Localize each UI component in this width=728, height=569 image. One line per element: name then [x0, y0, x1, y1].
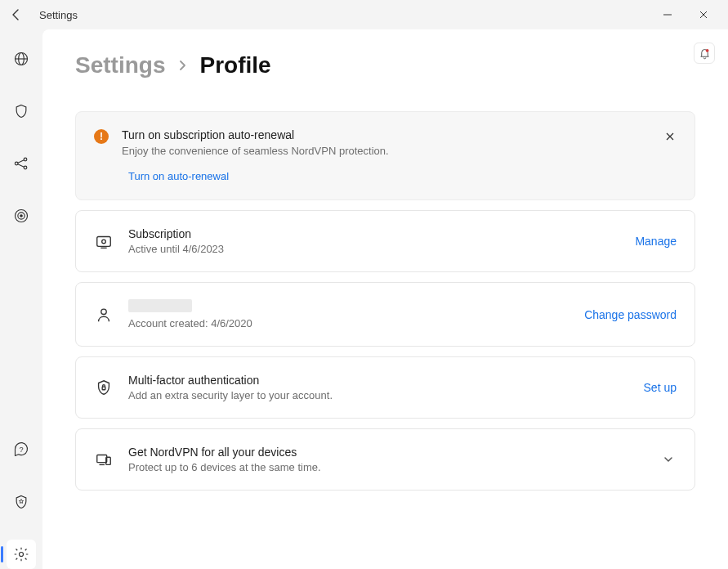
warning-icon: !: [94, 129, 109, 144]
subscription-title: Subscription: [128, 227, 620, 240]
svg-line-8: [18, 164, 24, 167]
svg-point-4: [15, 162, 18, 165]
mfa-setup-link[interactable]: Set up: [644, 381, 677, 394]
banner-title: Turn on subscription auto-renewal: [122, 128, 677, 141]
svg-rect-19: [102, 387, 105, 390]
svg-rect-15: [97, 237, 111, 247]
notifications-button[interactable]: [694, 43, 715, 64]
devices-title: Get NordVPN for all your devices: [128, 446, 645, 459]
breadcrumb-current: Profile: [199, 52, 270, 78]
account-created-label: Account created: 4/6/2020: [128, 317, 569, 329]
chevron-down-icon: [663, 454, 674, 465]
breadcrumb-root[interactable]: Settings: [75, 52, 165, 78]
subscription-card: Subscription Active until 4/6/2023 Manag…: [75, 210, 695, 272]
svg-point-13: [20, 553, 24, 557]
svg-text:?: ?: [19, 446, 23, 454]
shield-star-icon: [13, 494, 29, 510]
manage-subscription-link[interactable]: Manage: [635, 235, 677, 248]
auto-renewal-banner: ! Turn on subscription auto-renewal Enjo…: [75, 111, 695, 200]
sidebar-item-help[interactable]: ?: [7, 435, 36, 464]
mfa-card: Multi-factor authentication Add an extra…: [75, 356, 695, 419]
devices-card[interactable]: Get NordVPN for all your devices Protect…: [75, 428, 695, 491]
sidebar-item-mesh[interactable]: [7, 149, 36, 178]
svg-point-6: [24, 166, 27, 169]
account-card: Account created: 4/6/2020 Change passwor…: [75, 282, 695, 347]
mesh-icon: [13, 155, 29, 172]
sidebar-item-security[interactable]: [7, 487, 36, 517]
mfa-title: Multi-factor authentication: [128, 374, 629, 387]
devices-icon: [94, 450, 114, 469]
minimize-button[interactable]: [650, 0, 686, 29]
back-button[interactable]: [7, 5, 26, 25]
svg-point-11: [20, 215, 23, 217]
sidebar: ?: [0, 29, 42, 569]
sidebar-item-connect[interactable]: [7, 44, 36, 74]
help-icon: ?: [13, 441, 29, 458]
svg-rect-20: [97, 455, 107, 463]
subscription-icon: [94, 231, 114, 251]
expand-devices-button[interactable]: [660, 451, 677, 468]
turn-on-auto-renewal-link[interactable]: Turn on auto-renewal: [128, 170, 229, 182]
close-button[interactable]: [686, 0, 721, 29]
change-password-link[interactable]: Change password: [584, 308, 677, 321]
sidebar-item-settings[interactable]: [7, 540, 36, 569]
svg-point-14: [705, 48, 708, 52]
user-icon: [94, 305, 114, 325]
svg-point-5: [24, 158, 27, 161]
close-icon: [665, 132, 675, 141]
svg-point-16: [102, 240, 106, 244]
target-icon: [13, 208, 29, 224]
shield-icon: [13, 103, 29, 119]
svg-point-18: [101, 309, 106, 314]
bell-icon: [699, 47, 711, 60]
gear-icon: [13, 546, 29, 562]
sidebar-item-shield[interactable]: [7, 96, 36, 126]
breadcrumb: Settings Profile: [75, 52, 695, 78]
mfa-subtitle: Add an extra security layer to your acco…: [128, 389, 629, 401]
devices-subtitle: Protect up to 6 devices at the same time…: [128, 461, 645, 473]
chevron-right-icon: [178, 60, 186, 71]
banner-close-button[interactable]: [663, 130, 677, 143]
shield-lock-icon: [94, 378, 114, 397]
subscription-subtitle: Active until 4/6/2023: [128, 243, 620, 255]
banner-subtitle: Enjoy the convenience of seamless NordVP…: [122, 145, 677, 157]
svg-line-7: [18, 160, 24, 163]
sidebar-item-target[interactable]: [7, 201, 36, 231]
account-email-redacted: [128, 299, 192, 312]
window-title: Settings: [39, 9, 78, 21]
globe-icon: [13, 51, 29, 67]
